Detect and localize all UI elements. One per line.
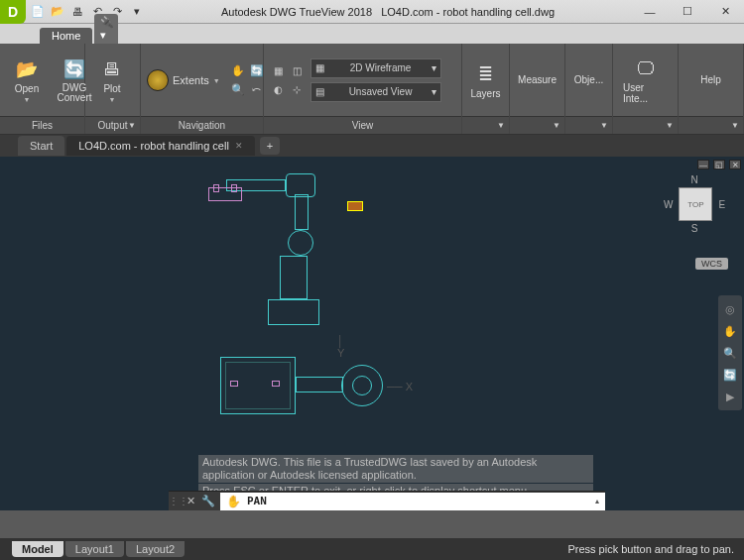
viewcube-west[interactable]: W [664,199,673,210]
object-expander-icon[interactable]: ▼ [600,121,608,130]
object-button[interactable]: Obje... [568,49,610,112]
ucs-icon[interactable]: ⊹ [289,81,305,97]
help-expander-icon[interactable]: ▼ [731,121,739,130]
robot-side-view [208,171,377,325]
panel-output: 🖶 Plot ▼ Output▼ [85,44,141,134]
named-view-dropdown[interactable]: ▤ Unsaved View ▾ [310,82,441,102]
command-close-icon[interactable]: ✕ [183,494,198,509]
pan-icon[interactable]: ✋ [230,62,246,78]
robot-top-view [220,357,296,414]
zoom-window-icon[interactable]: 🔍 [230,81,246,97]
navbar-orbit-icon[interactable]: 🔄 [722,367,738,383]
layers-label: Layers [470,88,500,99]
qat-open-icon[interactable]: 📂 [50,4,65,20]
minimize-button[interactable]: — [631,0,669,24]
panel-layers: ≣Layers ▼ [462,44,510,134]
panel-object: Obje... ▼ [565,44,613,134]
tab-home[interactable]: Home [40,28,92,44]
command-history-dropdown-icon[interactable]: ▴ [595,497,599,505]
layout-tab-model[interactable]: Model [12,541,63,557]
command-line-grip-icon[interactable]: ⋮⋮ [169,496,179,506]
layers-button[interactable]: ≣Layers [465,49,507,112]
plot-button[interactable]: 🖶 Plot ▼ [91,49,133,112]
command-input[interactable]: ✋ PAN ▴ [220,493,605,510]
viewcube-east[interactable]: E [718,199,725,210]
doc-tab-start[interactable]: Start [18,136,64,156]
layers-expander-icon[interactable]: ▼ [497,121,505,130]
viewcube-south[interactable]: S [655,223,734,234]
navbar-zoom-icon[interactable]: 🔍 [722,345,738,361]
viewcube-face[interactable]: TOP [679,187,712,221]
visual-style-dropdown[interactable]: ▦ 2D Wireframe ▾ [310,58,441,78]
close-button[interactable]: ✕ [706,0,744,24]
viewport-close-icon[interactable]: ✕ [729,160,741,169]
ui-expander-icon[interactable]: ▼ [666,121,674,130]
drawing-viewport[interactable]: — ◱ ✕ N W TOP E S WCS ◎ ✋ 🔍 🔄 ▶ │Y ── X … [0,157,744,510]
viewport-restore-icon[interactable]: ◱ [713,160,725,169]
ucs-x-axis: ── X [387,381,413,392]
navbar-pan-icon[interactable]: ✋ [722,323,738,339]
doc-tab-add-button[interactable]: + [260,137,280,155]
drawing-label-block [347,201,363,211]
panel-view: ▦ ◫ ◐ ⊹ ▦ 2D Wireframe ▾ ▤ Unsaved View … [264,44,462,134]
drawing-content [208,171,377,325]
viewcube[interactable]: N W TOP E S [655,174,734,234]
doc-tab-active-label: LO4D.com - robot handling cell [78,140,229,152]
command-settings-icon[interactable]: 🔧 [200,494,216,509]
command-text: PAN [247,495,267,507]
status-bar-text: Press pick button and drag to pan. [567,543,734,555]
measure-expander-icon[interactable]: ▼ [553,121,560,130]
views-icon[interactable]: ▦ [270,62,286,78]
app-menu-button[interactable]: D [0,0,26,24]
console-line-1: Autodesk DWG. This file is a TrustedDWG … [198,455,593,483]
zoom-previous-icon[interactable]: ⤺ [249,81,265,97]
navbar-showmotion-icon[interactable]: ▶ [722,389,738,404]
panel-view-title: View [264,116,461,134]
panel-user-interface: 🖵User Inte... ▼ [613,44,679,134]
viewcube-north[interactable]: N [655,174,734,185]
open-button[interactable]: 📂 Open ▼ [6,49,48,112]
viewport-minimize-icon[interactable]: — [697,160,709,169]
ui-icon: 🖵 [632,56,660,81]
open-label: Open [15,83,39,94]
qat-dropdown-icon[interactable]: ▾ [129,4,145,20]
user-interface-button[interactable]: 🖵User Inte... [619,49,672,112]
view-icon: ▤ [315,86,329,97]
document-tab-strip: Start LO4D.com - robot handling cell ✕ + [0,135,744,157]
command-line: ⋮⋮ ✕ 🔧 ✋ PAN ▴ [169,491,605,510]
nav-small-tools: ✋ 🔄 🔍 ⤺ [230,62,265,97]
ucs-y-axis: │Y [337,335,344,359]
qat-plot-icon[interactable]: 🖶 [69,4,85,20]
qat-new-icon[interactable]: 📄 [30,4,46,20]
extents-button[interactable]: Extents ▼ [147,69,220,91]
layers-icon: ≣ [472,61,500,87]
ui-label: User Inte... [623,82,668,104]
viewport-icon[interactable]: ◫ [289,62,305,78]
navigation-bar: ◎ ✋ 🔍 🔄 ▶ [718,295,742,410]
doc-tab-close-icon[interactable]: ✕ [235,141,243,151]
object-label: Obje... [574,74,603,85]
visual-style-icon[interactable]: ◐ [270,81,286,97]
wireframe-icon: ▦ [315,62,329,73]
layout-tab-layout2[interactable]: Layout2 [126,541,185,557]
layout-tab-layout1[interactable]: Layout1 [65,541,124,557]
plot-label: Plot [103,83,120,94]
window-controls: — ☐ ✕ [631,0,744,24]
tab-plugins[interactable]: 🔌▾ [94,14,118,44]
printer-icon: 🖶 [98,56,126,82]
viewport-controls: — ◱ ✕ [697,160,741,169]
help-button[interactable]: Help [690,49,732,112]
maximize-button[interactable]: ☐ [669,0,706,24]
measure-button[interactable]: Measure [516,49,558,112]
panel-help: Help ▼ [679,44,744,134]
panel-measure: Measure ▼ [510,44,565,134]
navbar-wheel-icon[interactable]: ◎ [722,301,738,317]
panel-files: 📂 Open ▼ 🔄 DWG Convert Files [0,44,85,134]
panel-navigation-title: Navigation [141,116,263,134]
view-small-tools: ▦ ◫ ◐ ⊹ [270,62,305,97]
open-folder-icon: 📂 [13,56,41,82]
orbit-icon[interactable]: 🔄 [249,62,265,78]
panel-navigation: Extents ▼ ✋ 🔄 🔍 ⤺ Navigation [141,44,264,134]
wcs-indicator[interactable]: WCS [695,258,728,270]
doc-tab-active[interactable]: LO4D.com - robot handling cell ✕ [66,136,255,156]
